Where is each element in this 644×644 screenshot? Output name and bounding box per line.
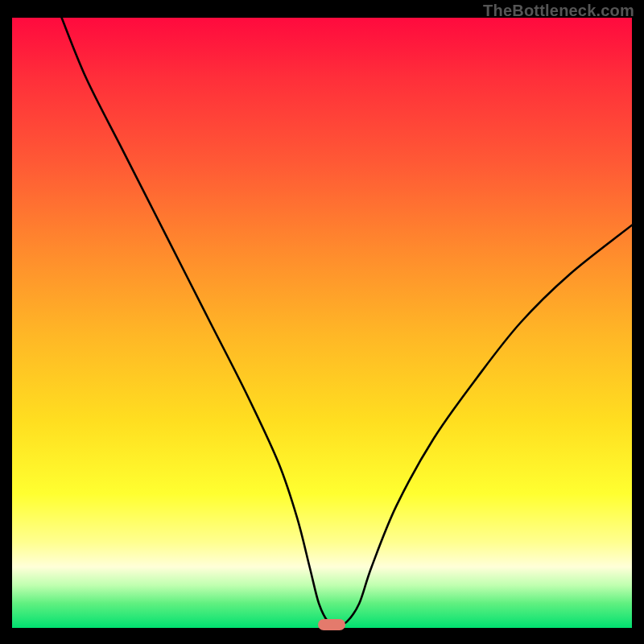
chart-frame: TheBottleneck.com	[0, 0, 644, 644]
curve-svg	[12, 18, 632, 628]
optimum-marker	[318, 619, 345, 630]
bottleneck-curve-path	[62, 18, 632, 625]
plot-area	[12, 18, 632, 628]
